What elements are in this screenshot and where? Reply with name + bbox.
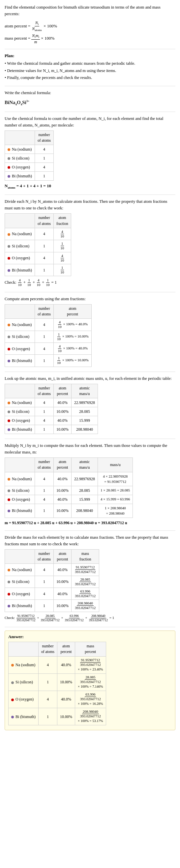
table-row: O (oxygen) 4 40.0% 63.996393.02047712 [5,588,99,599]
table-row: Na (sodium) 4 40.0% 22.98976928 [5,398,98,407]
table-row: Bi (bismuth) 1 [5,172,54,181]
table-row: O (oxygen) 4 410 × 100% = 40.0% [5,342,92,354]
step3-col-pct: atompercent [53,304,91,319]
element-o-6: O (oxygen) [5,588,35,599]
na-atompct-ans: 40.0% [57,656,75,674]
si-natoms-4: 1 [35,407,54,416]
o-pct-4: 40.0% [53,416,71,425]
o-mass-4: 15.999 [71,416,98,425]
step4-col-element [5,384,35,398]
intro-section: Find the elemental composition for bismu… [5,4,175,44]
bi-pct-4: 10.00% [53,425,71,434]
si-masspct-ans: 28.085393.02047712× 100% = 7.146% [75,674,106,691]
si-mass-5: 28.085 [71,486,98,495]
o-natoms-5: 4 [35,495,54,504]
answer-table: numberof atoms atompercent masspercent N… [8,642,106,725]
table-row: Bi (bismuth) 1 10.00% 208.98040 1 × 208.… [5,504,133,518]
na-pct-5: 40.0% [53,472,71,486]
element-o-1: O (oxygen) [5,163,35,172]
element-si-6: Si (silicon) [5,576,35,588]
step5-table: numberof atoms atompercent atomicmass/u … [5,458,133,518]
step4-col-natoms: numberof atoms [35,384,54,398]
step6-check: Check: 91.95907712393.02047712 + 28.0853… [5,614,175,622]
element-o-2: O (oxygen) [5,252,35,264]
na-mass-4: 22.98976928 [71,398,98,407]
na-fraction-2: 410 [53,228,71,240]
step4-section: Look up the atomic mass, m_i, in unified… [5,375,175,434]
table-row: Si (silicon) 1 110 × 100% = 10.00% [5,331,92,342]
table-row: Bi (bismuth) 1 10.00% 208.98040 [5,425,98,434]
step3-intro: Compute atom percents using the atom fra… [5,296,175,302]
intro-text: Find the elemental composition for bismu… [5,4,175,17]
bi-pct-3: 110 × 100% = 10.00% [53,355,91,367]
answer-col-element [8,642,39,657]
na-natoms-3: 4 [35,319,54,331]
table-row: Bi (bismuth) 1 10.00% 208.98040393.02047… [8,708,106,725]
element-bi-2: Bi (bismuth) [5,264,35,276]
bi-natoms-3: 1 [35,355,54,367]
bi-masscalc-5: 1 × 208.98040= 208.98040 [98,504,133,518]
chemical-formula: BiNa4O4Si3+ [5,99,175,107]
element-bi-3: Bi (bismuth) [5,355,35,367]
element-na-1: Na (sodium) [5,145,35,154]
element-bi-4: Bi (bismuth) [5,425,35,434]
element-na-6: Na (sodium) [5,564,35,576]
na-masspct-ans: 91.95907712393.02047712× 100% = 23.40% [75,656,106,674]
step3-col-natoms: numberof atoms [35,304,54,319]
si-pct-6: 10.00% [53,576,71,588]
element-na-3: Na (sodium) [5,319,35,331]
step2-col-natoms: numberof atoms [35,214,54,228]
element-si-4: Si (silicon) [5,407,35,416]
step6-col-fraction: massfraction [71,549,99,564]
element-bi-1: Bi (bismuth) [5,172,35,181]
element-na-4: Na (sodium) [5,398,35,407]
na-masscalc-5: 4 × 22.98976928= 91.95907712 [98,472,133,486]
bi-massfrac-6: 208.98040393.02047712 [71,600,99,612]
si-pct-3: 110 × 100% = 10.00% [53,331,91,342]
table-row: Bi (bismuth) 1 110 × 100% = 10.00% [5,355,92,367]
step2-intro: Divide each N_i by N_atoms to calculate … [5,198,175,211]
table-row: Na (sodium) 4 [5,145,54,154]
bi-natoms-5: 1 [35,504,54,518]
element-bi-6: Bi (bismuth) [5,600,35,612]
na-natoms-6: 4 [35,564,54,576]
answer-label: Answer: [8,633,172,640]
bi-mass-5: 208.98040 [71,504,98,518]
table-row: O (oxygen) 4 40.0% 63.996393.02047712× 1… [8,691,106,708]
table-row: Na (sodium) 4 410 × 100% = 40.0% [5,319,92,331]
step5-col-pct: atompercent [53,458,71,472]
step4-col-pct: atompercent [53,384,71,398]
bi-natoms-6: 1 [35,600,54,612]
si-natoms-5: 1 [35,486,54,495]
o-natoms-1: 4 [35,163,54,172]
o-pct-5: 40.0% [53,495,71,504]
o-natoms-2: 4 [35,252,54,264]
step4-intro: Look up the atomic mass, m_i, in unified… [5,375,175,382]
step2-col-element [5,214,35,228]
na-natoms-2: 4 [35,228,54,240]
element-si-ans: Si (silicon) [8,674,39,691]
o-pct-3: 410 × 100% = 40.0% [53,342,91,354]
step6-intro: Divide the mass for each element by m to… [5,534,175,547]
step2-section: Divide each N_i by N_atoms to calculate … [5,198,175,287]
step1-intro: Use the chemical formula to count the nu… [5,115,175,128]
step3-section: Compute atom percents using the atom fra… [5,296,175,367]
step5-col-element [5,458,35,472]
o-mass-5: 15.999 [71,495,98,504]
na-natoms-4: 4 [35,398,54,407]
step5-intro: Multiply N_i by m_i to compute the mass … [5,442,175,456]
table-row: Na (sodium) 4 410 [5,228,71,240]
step5-section: Multiply N_i by m_i to compute the mass … [5,442,175,526]
o-natoms-6: 4 [35,588,54,599]
table-row: Si (silicon) 1 110 [5,240,71,252]
step6-col-element [5,549,35,564]
table-row: Na (sodium) 4 40.0% 91.95907712393.02047… [5,564,99,576]
element-bi-ans: Bi (bismuth) [8,708,39,725]
plan-label: Plan: [5,53,175,59]
step5-col-mass: atomicmass/u [71,458,98,472]
na-natoms-ans: 4 [39,656,57,674]
atom-percent-formula: atom percent = NiNatoms × 100% [5,21,175,32]
table-row: Si (silicon) 1 10.00% 28.085 [5,407,98,416]
element-na-ans: Na (sodium) [8,656,39,674]
table-row: Si (silicon) 1 10.00% 28.085 1 × 28.085 … [5,486,133,495]
